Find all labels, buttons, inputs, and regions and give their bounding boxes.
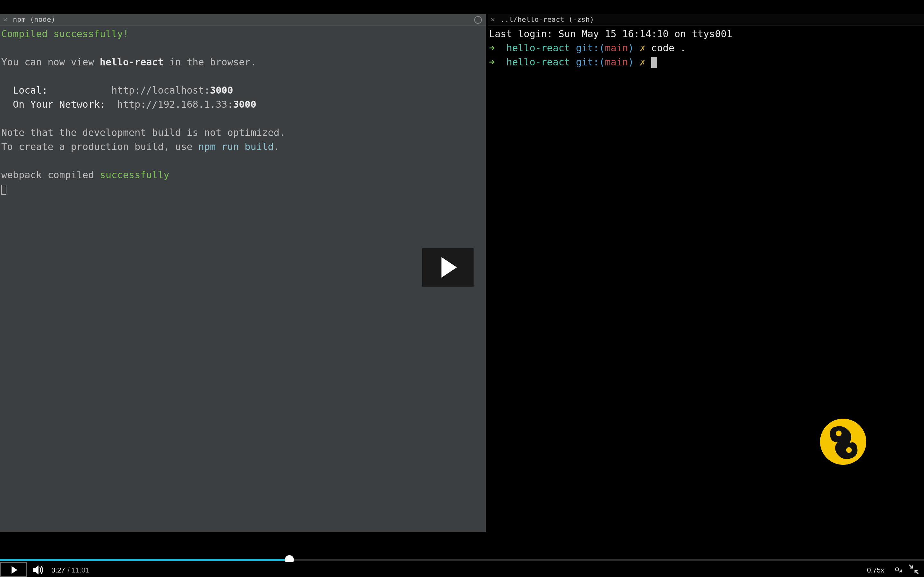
view-line: You can now view hello-react in the brow…	[1, 56, 256, 68]
tab-title-left[interactable]: npm (node)	[9, 15, 55, 24]
close-icon[interactable]: ×	[489, 15, 497, 24]
tab-indicator-icon	[474, 16, 482, 23]
play-button[interactable]	[422, 248, 473, 287]
play-icon	[11, 566, 17, 574]
cursor-icon	[651, 57, 657, 68]
terminal-output-left[interactable]: Compiled successfully! You can now view …	[0, 26, 486, 197]
terminal-pane-left: × npm (node) Compiled successfully! You …	[0, 14, 486, 532]
play-pause-button[interactable]	[0, 562, 27, 577]
brand-logo-icon	[820, 419, 866, 465]
settings-button[interactable]	[892, 564, 902, 575]
terminal-tabbar-left: × npm (node)	[0, 14, 486, 26]
volume-button[interactable]	[33, 564, 45, 575]
svg-point-1	[836, 430, 842, 436]
terminal-output-right[interactable]: Last login: Sun May 15 16:14:10 on ttys0…	[488, 26, 924, 71]
svg-point-2	[846, 447, 852, 453]
progress-bar[interactable]	[0, 557, 924, 562]
tab-title-right[interactable]: ..l/hello-react (-zsh)	[497, 15, 594, 24]
close-icon[interactable]: ×	[1, 15, 9, 24]
playback-speed-button[interactable]: 0.75x	[867, 566, 884, 574]
network-url-line: On Your Network: http://192.168.1.33:300…	[1, 99, 256, 110]
prompt-line-1: ➜ hello-react git:(main) ✗ code .	[489, 42, 686, 54]
note-line-1: Note that the development build is not o…	[1, 127, 285, 139]
local-url-line: Local: http://localhost:3000	[1, 85, 233, 96]
current-time: 3:27	[51, 566, 65, 574]
player-controls: 3:27 / 11:01 0.75x	[0, 562, 924, 577]
compiled-success-line: Compiled successfully!	[1, 28, 129, 40]
exit-fullscreen-button[interactable]	[909, 564, 919, 575]
window-top-strip	[0, 0, 924, 14]
prompt-line-2: ➜ hello-react git:(main) ✗	[489, 56, 657, 68]
svg-point-3	[896, 568, 898, 570]
exit-fullscreen-icon	[909, 564, 919, 574]
last-login-line: Last login: Sun May 15 16:14:10 on ttys0…	[489, 28, 732, 40]
terminal-pane-right: × ..l/hello-react (-zsh) Last login: Sun…	[488, 14, 924, 532]
volume-icon	[33, 564, 45, 575]
duration: / 11:01	[68, 566, 89, 574]
progress-fill	[0, 559, 289, 561]
note-line-2: To create a production build, use npm ru…	[1, 141, 279, 153]
gear-icon	[892, 564, 902, 574]
cursor-icon	[1, 185, 6, 195]
webpack-line: webpack compiled successfully	[1, 169, 170, 181]
terminal-tabbar-right: × ..l/hello-react (-zsh)	[488, 14, 924, 26]
play-icon	[441, 257, 457, 277]
